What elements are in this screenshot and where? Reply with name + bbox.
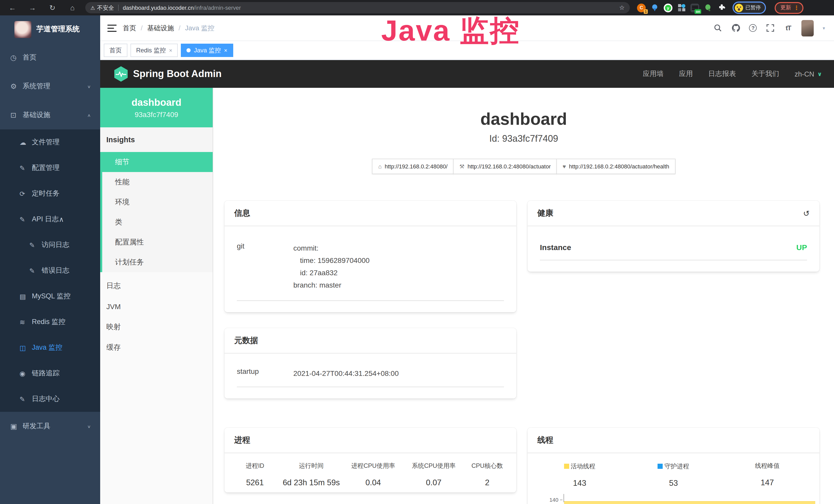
tab-redis[interactable]: Redis 监控 × [130,44,178,57]
actuator-url-link[interactable]: ⚒ http://192.168.0.2:48080/actuator [453,159,557,174]
extension-on-icon[interactable]: on [690,3,699,12]
menu-item-metrics[interactable]: 性能 [102,172,213,192]
info-key: git [237,242,293,291]
app-title: 芋道管理系统 [37,25,80,34]
menu-item-classes[interactable]: 类 [102,212,213,232]
sidebar-toggle-icon[interactable] [107,24,117,31]
sidebar-item-home[interactable]: ◷ 首页 [0,43,100,72]
extension-leaf-icon[interactable] [704,3,712,12]
browser-forward-icon[interactable]: → [25,0,40,16]
menu-item-jvm[interactable]: JVM [100,296,213,317]
stat-value: 0.07 [404,478,463,487]
browser-profile-chip[interactable]: 已暂停 [732,2,766,14]
sba-nav-applications[interactable]: 应用 [679,69,693,78]
legend-label: 守护进程 [664,462,689,471]
sidebar-item-label: 基础设施 [23,110,50,120]
sba-nav-wallboard[interactable]: 应用墙 [643,69,664,78]
git-commit-time: time: 1596289704000 [293,254,370,267]
sba-language-select[interactable]: zh-CN ∨ [795,70,822,78]
menu-item-caches[interactable]: 缓存 [100,337,213,358]
sba-nav-about[interactable]: 关于我们 [751,69,779,78]
browser-back-icon[interactable]: ← [5,0,20,16]
metadata-value: 2021-04-27T00:44:31.254+08:00 [293,367,399,380]
avatar-caret-icon[interactable]: ▾ [823,25,825,30]
stat-header: 进程CPU使用率 [342,462,404,471]
metadata-startup-row: startup 2021-04-27T00:44:31.254+08:00 [237,359,504,387]
instance-name: dashboard [132,97,181,108]
sidebar-item-java[interactable]: ◫ Java 监控 [0,335,100,361]
fullscreen-icon[interactable] [766,23,775,32]
chevron-down-icon: ∨ [817,71,822,77]
breadcrumb: 首页 / 基础设施 / Java 监控 [123,23,215,32]
menu-item-details[interactable]: 细节 [102,152,213,172]
doc-edit-icon: ✎ [20,215,32,223]
sba-brand[interactable]: Spring Boot Admin [114,66,222,82]
browser-menu-icon[interactable]: ⋮ [794,4,799,11]
breadcrumb-home[interactable]: 首页 [123,23,136,32]
stat-header: 进程ID [229,462,280,471]
sidebar-item-access-log[interactable]: ✎ 访问日志 [0,232,100,258]
menu-item-logfile[interactable]: 日志 [100,276,213,296]
breadcrumb-infra[interactable]: 基础设施 [147,23,174,32]
legend-label: 活动线程 [571,462,595,471]
sidebar-item-redis[interactable]: ≋ Redis 监控 [0,309,100,335]
health-instance-row[interactable]: Instance UP [540,232,807,260]
github-icon[interactable] [731,23,741,32]
sidebar-item-config[interactable]: ✎ 配置管理 [0,155,100,181]
user-avatar[interactable] [802,20,814,36]
process-card-title: 进程 [234,435,250,446]
instance-header[interactable]: dashboard 93a3fc7f7409 [100,88,213,127]
sidebar-item-file[interactable]: ☁ 文件管理 [0,130,100,155]
sidebar-item-job[interactable]: ⟳ 定时任务 [0,181,100,206]
search-icon[interactable] [713,23,723,32]
menu-item-configprops[interactable]: 配置属性 [102,232,213,252]
sidebar-item-label: 配置管理 [32,163,60,173]
browser-reload-icon[interactable]: ↻ [45,0,60,16]
history-icon[interactable]: ↺ [803,209,810,218]
font-size-icon[interactable]: tT [784,23,793,32]
extensions-puzzle-icon[interactable] [717,3,726,12]
service-url-link[interactable]: ⌂ http://192.168.0.2:48080/ [372,159,454,174]
browser-update-button[interactable]: 更新 ⋮ [775,2,804,14]
sba-nav-journal[interactable]: 日志报表 [708,69,736,78]
menu-item-scheduled[interactable]: 计划任务 [102,252,213,272]
timer-icon: ⟳ [20,190,32,198]
health-url-link[interactable]: ♥ http://192.168.0.2:48080/actuator/heal… [556,159,675,174]
bookmark-star-icon[interactable]: ☆ [619,4,625,11]
tab-home[interactable]: 首页 [104,44,127,57]
menu-item-env[interactable]: 环境 [102,192,213,212]
not-secure-label[interactable]: 不安全 [97,4,114,12]
sba-content: dashboard Id: 93a3fc7f7409 ⌂ http://192.… [213,88,834,504]
extension-y-icon[interactable]: y [664,3,673,12]
sidebar-item-system[interactable]: ⚙ 系统管理 ∨ [0,72,100,101]
sidebar-item-log-center[interactable]: ✎ 日志中心 [0,386,100,412]
page-instance-id: Id: 93a3fc7f7409 [213,134,834,144]
extension-grid-icon[interactable] [677,3,686,12]
app-logo-row[interactable]: 芋道管理系统 [0,16,100,43]
cloud-icon: ☁ [20,138,32,146]
close-icon[interactable]: × [224,47,227,53]
address-bar[interactable]: ⚠ 不安全 dashboard.yudao.iocoder.cn /infra/… [85,2,630,13]
omnibox-divider [118,5,119,11]
close-icon[interactable]: × [169,47,172,53]
instance-links: ⌂ http://192.168.0.2:48080/ ⚒ http://192… [213,159,834,174]
gear-icon: ⚙ [10,82,23,90]
menu-item-mappings[interactable]: 映射 [100,317,213,337]
browser-home-icon[interactable]: ⌂ [65,0,80,16]
extension-c-icon[interactable]: C 1 [637,3,646,12]
tab-java[interactable]: Java 监控 × [181,44,233,57]
sidebar-item-trace[interactable]: ◉ 链路追踪 [0,361,100,386]
process-stats: 进程ID 5261 运行时间 6d 23h 15m 59s 进程CPU使用率 0… [224,453,516,492]
sidebar-item-api-log[interactable]: ✎ API 日志 ∧ [0,206,100,232]
sidebar-item-label: 研发工具 [23,421,50,431]
sidebar-item-error-log[interactable]: ✎ 错误日志 [0,258,100,283]
sidebar-item-infra[interactable]: ⊡ 基础设施 ∧ [0,101,100,130]
help-icon[interactable]: ? [749,24,757,32]
sidebar-item-mysql[interactable]: ▤ MySQL 监控 [0,283,100,309]
extension-badge: 1 [644,9,648,14]
extension-pin-icon[interactable] [650,3,659,12]
sidebar-item-devtools[interactable]: ▣ 研发工具 ∨ [0,412,100,441]
home-icon: ⌂ [378,163,381,169]
info-git-row: git commit: time: 1596289704000 id: 27aa… [237,232,504,301]
svg-text:y: y [667,6,670,10]
